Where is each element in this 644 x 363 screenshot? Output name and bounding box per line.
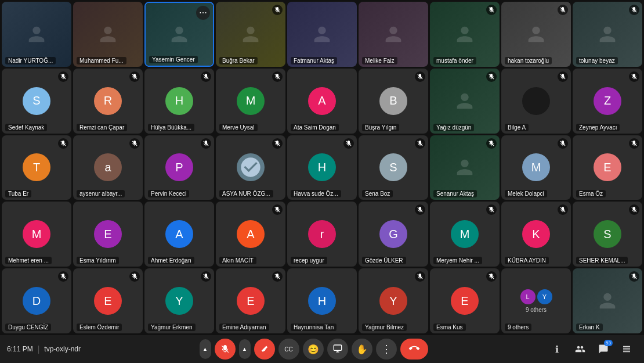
participant-name: Erkan K	[576, 324, 603, 331]
participant-name: Merve Uysal	[219, 124, 258, 131]
participant-name: Meryem Nehir ...	[433, 257, 482, 264]
participant-tile: B Büşra Yılgın	[359, 69, 428, 134]
participant-name: KÜBRA AYDIN	[505, 257, 549, 264]
camera-button[interactable]	[254, 339, 275, 360]
emoji-button[interactable]: 😊	[303, 339, 324, 360]
participant-name: Fatmanur Aktaş	[291, 57, 337, 64]
participant-name: Yağmur Erkmen	[148, 324, 196, 331]
participant-name: Yağız düzgün	[433, 124, 474, 131]
chevron-mic-button[interactable]: ▲	[200, 339, 211, 359]
participant-name: Gözde ÜLKER	[362, 257, 406, 264]
participant-name: Melek Dolapci	[505, 190, 547, 197]
mute-indicator	[486, 271, 497, 282]
participant-name: aysenur albayr...	[77, 190, 125, 197]
mute-indicator	[58, 138, 68, 149]
end-call-button[interactable]	[400, 339, 428, 360]
participant-tile: T Tuba Er	[2, 135, 71, 200]
mute-indicator	[486, 138, 497, 149]
participant-name: Ahmet Erdoğan	[148, 257, 194, 264]
mute-indicator	[558, 5, 568, 15]
meeting-code: tvp-oxiy-ndr	[44, 345, 81, 353]
participant-name: Mehmet eren ...	[5, 257, 52, 264]
participant-tile: r recep uygur	[287, 202, 357, 267]
mute-indicator	[58, 271, 68, 282]
mute-indicator	[558, 138, 568, 149]
participant-name: Zeynep Ayvacı	[576, 124, 620, 131]
svg-rect-34	[334, 345, 341, 350]
participant-name: Esma Kus	[433, 324, 466, 331]
participant-tile: mustafa önder	[430, 2, 500, 67]
mute-indicator	[629, 138, 639, 149]
participant-name: Remzi can Çapar	[77, 124, 127, 131]
more-options-button[interactable]: ⋮	[376, 339, 397, 360]
activities-button[interactable]	[616, 339, 637, 360]
participant-name: ASYA NUR ÖZG...	[219, 190, 273, 197]
participant-tile: P Pervin Kececi	[144, 135, 214, 200]
participant-name: Tuba Er	[5, 190, 31, 197]
participant-name: Yasemin Gencer	[149, 56, 198, 63]
participant-name: Akın MACİT	[219, 257, 256, 264]
participant-tile: Buğra Bekar	[216, 2, 285, 67]
mute-indicator	[415, 204, 425, 215]
participant-tile: H Hayrunnisa Tan	[287, 268, 357, 333]
participant-tile: Muhammed Fu...	[73, 2, 143, 67]
participant-name: Sedef Kaynak	[5, 124, 47, 131]
mute-indicator	[415, 71, 425, 82]
participant-name: hakan tozaroğlu	[505, 57, 552, 64]
participant-name: Sena Boz	[362, 190, 393, 197]
participant-tile: Y Yağmur Erkmen	[144, 268, 214, 333]
chat-button[interactable]: 53	[593, 339, 614, 360]
present-button[interactable]	[327, 339, 348, 360]
participant-tile: E Esma Yıldırım	[73, 202, 143, 267]
mute-indicator	[415, 138, 425, 149]
participant-tile: H Hülya Büükka...	[144, 69, 214, 134]
participant-name: Eslem Özdemir	[77, 324, 122, 331]
participant-name: Hülya Büükka...	[148, 124, 194, 131]
participant-tile: M Melek Dolapci	[501, 135, 571, 200]
raise-hand-button[interactable]: ✋	[352, 339, 372, 360]
mute-indicator	[129, 271, 140, 282]
right-controls: ℹ 53	[547, 339, 637, 360]
mute-indicator	[415, 271, 425, 282]
participant-name: Havva sude Öz...	[291, 190, 341, 197]
participant-name: Hayrunnisa Tan	[291, 324, 337, 331]
participant-tile: G Gözde ÜLKER	[359, 202, 428, 267]
captions-button[interactable]: CC	[278, 339, 299, 360]
participant-name: tolunay beyaz	[576, 57, 618, 64]
mute-indicator	[558, 204, 568, 215]
participant-tile: H Havva sude Öz...	[287, 135, 357, 200]
chat-badge: 53	[604, 340, 613, 346]
participant-name: Esma Öz	[576, 190, 606, 197]
participant-tile: Y Yağmur Bilmez	[359, 268, 428, 333]
info-button[interactable]: ℹ	[547, 339, 567, 360]
mute-indicator	[272, 138, 283, 149]
participant-name: Emine Adıyaman	[219, 324, 269, 331]
participant-tile: Nadir YURTOĞ...	[2, 2, 71, 67]
participant-tile: ASYA NUR ÖZG...	[216, 135, 285, 200]
mute-indicator	[629, 204, 639, 215]
participant-name: Pervin Kececi	[148, 190, 189, 197]
chevron-camera-button[interactable]: ▲	[239, 339, 251, 359]
participant-tile: S Sedef Kaynak	[2, 69, 71, 134]
tile-menu[interactable]: ⋯	[196, 6, 210, 20]
mute-indicator	[58, 71, 68, 82]
mute-indicator	[558, 71, 568, 82]
participant-name: Bilge A	[505, 124, 529, 131]
mute-indicator	[486, 71, 497, 82]
participant-name: Muhammed Fu...	[77, 57, 126, 64]
participant-tile: tolunay beyaz	[573, 2, 642, 67]
participant-tile: Yağız düzgün	[430, 69, 500, 134]
participant-tile: A Akın MACİT	[216, 202, 285, 267]
mute-indicator	[201, 71, 211, 82]
mute-indicator	[272, 204, 283, 215]
participant-tile: A Ahmet Erdoğan	[144, 202, 214, 267]
people-button[interactable]	[570, 339, 591, 360]
participant-tile: Erkan K	[573, 268, 642, 333]
mic-button[interactable]	[215, 339, 236, 360]
mute-indicator	[272, 5, 283, 15]
participant-tile: S SEHER KEMAL...	[573, 202, 642, 267]
participant-name: Nadir YURTOĞ...	[5, 57, 56, 64]
mute-indicator	[486, 5, 497, 15]
mute-indicator	[129, 71, 140, 82]
participant-name: Senanur Aktaş	[433, 190, 477, 197]
